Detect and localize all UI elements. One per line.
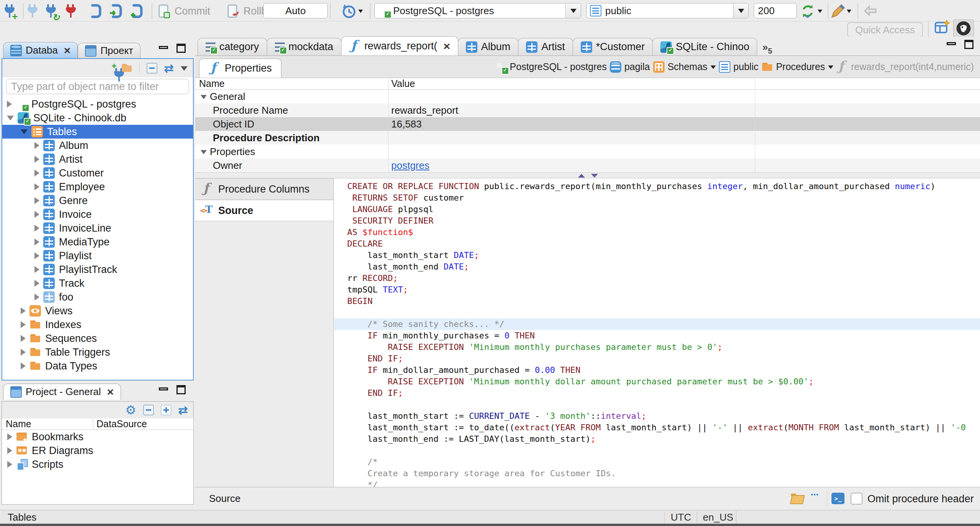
expander-icon[interactable] [34, 156, 39, 163]
new-sql-editor-button[interactable] [129, 3, 144, 19]
link-with-editor-icon[interactable]: ⇄ [178, 403, 188, 417]
nav-tree-item-invoice[interactable]: Invoice [2, 207, 193, 221]
nav-tree-item-postgresql-postgres[interactable]: PostgreSQL - postgres [2, 97, 193, 111]
expander-icon[interactable] [7, 116, 14, 121]
side-tab-source[interactable]: Source [195, 200, 333, 221]
chevron-down-icon[interactable] [828, 65, 833, 72]
nav-tree-item-sequences[interactable]: Sequences [2, 332, 193, 345]
breadcrumb-item-rewards-report-int4-numeric-[interactable]: rewards_report(int4,numeric) [836, 61, 974, 73]
expander-icon[interactable] [7, 461, 12, 468]
side-tab-procedure-columns[interactable]: Procedure Columns [195, 178, 333, 200]
expander-icon[interactable] [7, 447, 12, 454]
expander-icon[interactable] [21, 335, 26, 342]
nav-tree-item-employee[interactable]: Employee [2, 180, 193, 194]
connection-dropdown-button[interactable] [565, 3, 581, 18]
expander-icon[interactable] [34, 280, 39, 287]
quick-access-input[interactable]: Quick Access [847, 22, 923, 38]
breadcrumb-item-pagila[interactable]: pagila [610, 61, 650, 73]
nav-tree-item-playlist[interactable]: Playlist [2, 249, 193, 263]
commit-label[interactable]: Commit [175, 5, 210, 17]
editor-tab-rewards-report-[interactable]: rewards_report(× [341, 36, 458, 56]
minimize-view-button[interactable] [158, 45, 169, 55]
editor-tab-mockdata[interactable]: mockdata [267, 38, 341, 56]
project-tree-item-bookmarks[interactable]: Bookmarks [2, 430, 193, 444]
open-console-button[interactable]: >_ [831, 493, 844, 504]
transaction-log-button[interactable] [341, 3, 357, 19]
expander-icon[interactable] [21, 363, 26, 369]
expander-icon[interactable] [34, 252, 39, 259]
expander-icon[interactable] [7, 433, 12, 440]
nav-tree-item-table-triggers[interactable]: Table Triggers [2, 345, 193, 359]
reconnect-button[interactable]: ↻ [46, 3, 57, 19]
nav-tree-item-customer[interactable]: Customer [2, 166, 193, 180]
property-row-procedure-description[interactable]: Procedure Description [195, 131, 980, 145]
open-sql-editor-button[interactable] [108, 3, 123, 19]
nav-tree-item-genre[interactable]: Genre [2, 194, 193, 207]
editor-tab--customer[interactable]: *Customer [573, 38, 653, 56]
tab-database-navigator[interactable]: Databa × [3, 42, 78, 58]
project-tree-item-scripts[interactable]: Scripts [2, 457, 193, 471]
editor-tab-category[interactable]: category [198, 38, 267, 56]
expander-icon[interactable] [21, 307, 26, 314]
view-menu-icon[interactable] [181, 66, 188, 74]
fetch-size-input[interactable]: 200 [754, 3, 797, 18]
property-row-owner[interactable]: Ownerpostgres [195, 158, 980, 172]
expander-icon[interactable] [21, 349, 26, 356]
nav-tree-item-tables[interactable]: Tables [2, 125, 193, 139]
expander-icon[interactable] [201, 150, 207, 157]
expander-icon[interactable] [21, 321, 26, 328]
close-icon[interactable]: × [64, 47, 71, 54]
close-icon[interactable]: × [107, 388, 114, 396]
nav-tree-item-invoiceline[interactable]: InvoiceLine [2, 221, 193, 235]
omit-header-checkbox[interactable] [851, 493, 862, 505]
project-tree-item-er-diagrams[interactable]: ER Diagrams [2, 444, 193, 457]
nav-tree-item-foo[interactable]: foo [2, 290, 193, 304]
column-divider[interactable] [755, 78, 755, 172]
commit-button[interactable] [156, 3, 171, 19]
close-icon[interactable]: × [443, 42, 450, 50]
expander-icon[interactable] [34, 142, 39, 149]
column-value[interactable]: Value [388, 78, 415, 89]
nav-tree-item-playlisttrack[interactable]: PlaylistTrack [2, 263, 193, 276]
property-row-general[interactable]: General [195, 90, 980, 103]
column-name[interactable]: Name [2, 418, 93, 430]
splitter-sash[interactable] [195, 172, 980, 178]
open-perspective-button[interactable] [933, 20, 950, 36]
nav-tree-item-views[interactable]: Views [2, 304, 193, 318]
expander-icon[interactable] [34, 266, 39, 273]
disconnect-button[interactable] [66, 3, 77, 19]
collapse-up-icon[interactable] [578, 174, 585, 178]
expander-icon[interactable] [201, 95, 207, 102]
connect-button[interactable] [28, 3, 38, 19]
back-button[interactable] [862, 3, 879, 19]
maximize-view-button[interactable] [175, 385, 187, 395]
breadcrumb-item-postgresql-postgres[interactable]: PostgreSQL - postgres [495, 61, 607, 73]
expander-icon[interactable] [34, 183, 39, 190]
source-code-viewer[interactable]: CREATE OR REPLACE FUNCTION public.reward… [334, 178, 980, 487]
nav-tree-item-indexes[interactable]: Indexes [2, 318, 193, 332]
expander-icon[interactable] [34, 294, 39, 301]
owner-link[interactable]: postgres [391, 160, 430, 171]
status-timezone[interactable]: UTC [671, 511, 691, 523]
expand-all-icon[interactable] [161, 405, 172, 415]
column-divider[interactable] [388, 78, 389, 172]
expander-icon[interactable] [21, 129, 28, 134]
collapse-all-icon[interactable] [147, 63, 157, 74]
history-dropdown[interactable] [358, 3, 363, 19]
status-locale[interactable]: en_US [703, 511, 733, 523]
sql-editor-button[interactable] [87, 3, 103, 19]
expander-icon[interactable] [7, 101, 12, 108]
expander-icon[interactable] [34, 225, 39, 232]
refresh-button[interactable] [799, 3, 816, 19]
breadcrumb-item-public[interactable]: public [719, 61, 758, 73]
filter-input[interactable]: Type part of object name to filter [6, 79, 189, 94]
dbeaver-perspective-button[interactable] [953, 20, 974, 37]
column-name[interactable]: Name [195, 78, 388, 89]
expander-icon[interactable] [34, 170, 39, 176]
nav-tree-item-album[interactable]: Album [2, 139, 193, 152]
nav-tree-item-data-types[interactable]: Data Types [2, 359, 193, 373]
collapse-all-icon[interactable] [143, 405, 154, 415]
magic-pen-button[interactable] [830, 3, 846, 19]
tab-overflow-button[interactable]: »5 [757, 40, 772, 56]
breadcrumb-item-procedures[interactable]: Procedures [761, 61, 833, 73]
